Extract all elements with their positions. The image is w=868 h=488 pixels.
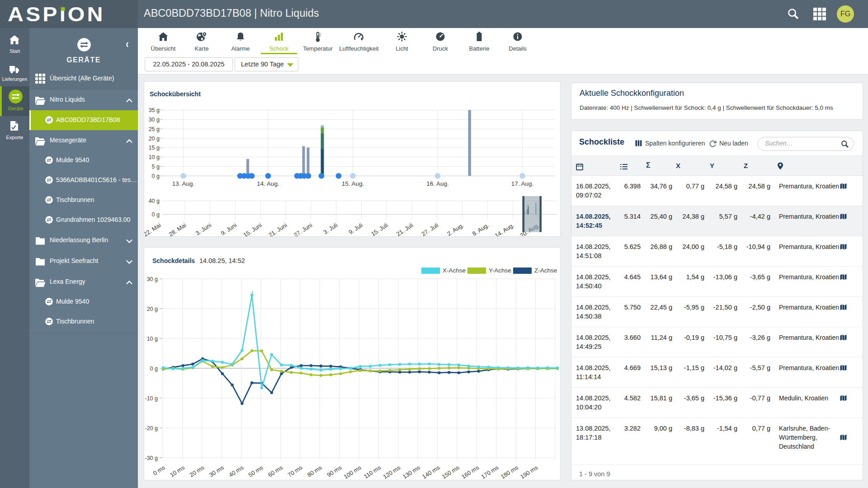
svg-text:Schockdetails: Schockdetails [152,257,195,264]
svg-text:X-Achse: X-Achse [443,267,466,274]
svg-text:21. Juli: 21. Juli [395,221,415,236]
svg-text:13. Aug.: 13. Aug. [172,180,195,187]
svg-text:40 ms: 40 ms [227,464,245,479]
svg-text:14.08.25, 14:52: 14.08.25, 14:52 [199,257,245,264]
svg-text:0 g: 0 g [152,173,160,179]
svg-text:8. Aug.: 8. Aug. [471,221,490,236]
svg-text:28. Mai: 28. Mai [168,221,188,236]
svg-text:180 ms: 180 ms [500,464,519,480]
svg-text:110 ms: 110 ms [363,464,382,480]
svg-text:27. Juli: 27. Juli [420,221,440,236]
svg-text:2. Aug.: 2. Aug. [446,221,465,236]
svg-text:70 ms: 70 ms [287,464,304,479]
svg-text:-10 g: -10 g [145,395,158,402]
svg-text:20 g: 20 g [147,306,158,312]
svg-text:35 g: 35 g [149,107,160,113]
svg-text:-20 g: -20 g [145,425,158,432]
svg-text:25 g: 25 g [149,126,160,132]
svg-text:5 g: 5 g [152,164,160,170]
svg-text:0 ms: 0 ms [152,464,166,477]
svg-text:-30 g: -30 g [145,455,158,461]
svg-text:170 ms: 170 ms [480,464,500,480]
svg-text:150 ms: 150 ms [441,464,461,480]
svg-text:3. Juli: 3. Juli [322,221,339,235]
svg-text:0 g: 0 g [150,366,158,372]
svg-text:160 ms: 160 ms [460,464,480,480]
svg-text:140 ms: 140 ms [421,464,441,480]
svg-text:14. Aug.: 14. Aug. [494,221,515,236]
svg-text:90 ms: 90 ms [326,464,343,479]
svg-text:14. Aug.: 14. Aug. [257,180,279,187]
svg-text:50 ms: 50 ms [247,464,264,479]
svg-text:30 ms: 30 ms [208,464,225,479]
svg-text:10 g: 10 g [149,154,160,160]
svg-text:17. Aug.: 17. Aug. [511,180,534,187]
svg-text:15 g: 15 g [149,145,160,151]
svg-text:10 ms: 10 ms [169,464,186,479]
svg-text:9. Juni: 9. Juni [220,221,238,236]
svg-text:Z-Achse: Z-Achse [534,267,557,274]
svg-text:15. Juni: 15. Juni [242,221,263,236]
svg-text:22. Mai: 22. Mai [144,221,162,236]
svg-text:15. Aug.: 15. Aug. [342,180,364,187]
svg-text:30 g: 30 g [149,117,160,123]
svg-text:30 g: 30 g [147,276,158,282]
svg-text:80 ms: 80 ms [306,464,323,479]
svg-text:9. Juli: 9. Juli [347,221,364,235]
svg-text:27. Juni: 27. Juni [292,221,313,236]
svg-text:20 ms: 20 ms [189,464,206,479]
svg-text:130 ms: 130 ms [401,464,421,480]
svg-text:16. Aug.: 16. Aug. [426,180,449,187]
svg-text:60 ms: 60 ms [267,464,284,479]
svg-text:100 ms: 100 ms [343,464,363,480]
svg-text:10 g: 10 g [147,336,158,342]
svg-text:20 g: 20 g [149,136,160,142]
svg-text:120 ms: 120 ms [382,464,402,480]
svg-text:40 g: 40 g [149,198,160,204]
svg-text:3. Juni: 3. Juni [194,221,212,236]
svg-text:15. Juli: 15. Juli [370,221,389,236]
svg-text:190 ms: 190 ms [519,464,539,480]
svg-text:Schockübersicht: Schockübersicht [150,90,201,98]
svg-text:21. Juni: 21. Juni [267,221,288,236]
svg-text:0 g: 0 g [152,211,160,218]
svg-text:Y-Achse: Y-Achse [489,267,511,274]
